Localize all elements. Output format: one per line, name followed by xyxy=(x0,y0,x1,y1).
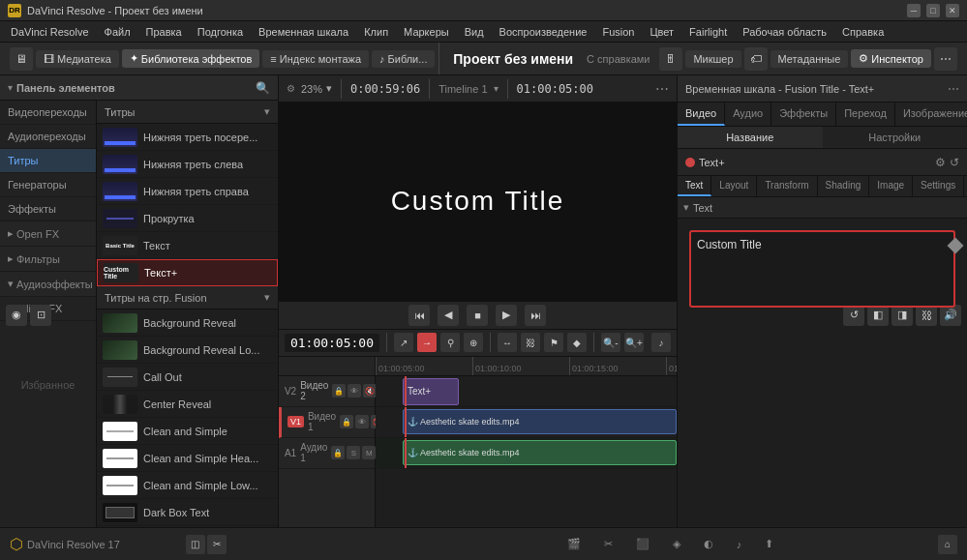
effect-call-out[interactable]: Call Out xyxy=(97,364,278,391)
tab-section-name[interactable]: Название xyxy=(678,127,823,148)
sub-tab-shading[interactable]: Shading xyxy=(818,176,870,196)
elements-item-filters[interactable]: ▸ Фильтры xyxy=(0,247,96,272)
panel-collapse-icon[interactable]: ▾ xyxy=(8,82,13,93)
menu-workspace[interactable]: Рабочая область xyxy=(736,24,833,40)
inspector-btn[interactable]: ⚙ Инспектор xyxy=(851,49,931,68)
play-btn[interactable]: ▶ xyxy=(496,305,517,326)
nav-cut-btn[interactable]: ✂ xyxy=(596,534,620,554)
effect-lower-third-right[interactable]: Нижняя треть справа xyxy=(97,178,278,205)
nav-media-btn[interactable]: 🎬 xyxy=(559,534,589,554)
menu-help[interactable]: Справка xyxy=(835,24,891,40)
elements-item-effects[interactable]: Эффекты xyxy=(0,197,96,221)
effect-clean-simple[interactable]: Clean and Simple xyxy=(97,418,278,445)
clip-audio-main[interactable]: ⚓ Aesthetic skate edits.mp4 xyxy=(403,440,677,465)
timeline-tool-4[interactable]: ⊕ xyxy=(464,333,483,352)
text-section-chevron[interactable]: ▾ xyxy=(683,201,689,214)
media-library-btn[interactable]: 🎞 Медиатека xyxy=(36,50,119,68)
close-button[interactable]: ✕ xyxy=(946,4,959,17)
v1-eye-icon[interactable]: 👁 xyxy=(355,415,369,428)
tab-section-settings[interactable]: Настройки xyxy=(823,127,968,148)
minimize-button[interactable]: ─ xyxy=(907,4,921,17)
sub-tab-layout[interactable]: Layout xyxy=(711,176,757,196)
audio-level-btn[interactable]: ♪ xyxy=(651,333,671,352)
mixer-btn[interactable]: Микшер xyxy=(685,50,740,68)
effect-background-reveal[interactable]: Background Reveal xyxy=(97,309,278,337)
menu-markers[interactable]: Маркеры xyxy=(397,24,456,40)
menu-fusion[interactable]: Fusion xyxy=(595,24,641,40)
tab-transition[interactable]: Переход xyxy=(836,103,895,126)
inspector-more-icon[interactable]: ⋯ xyxy=(948,82,959,96)
nav-color-btn[interactable]: ◐ xyxy=(696,534,721,554)
clip-video-main[interactable]: ⚓ Aesthetic skate edits.mp4 xyxy=(403,409,677,434)
menu-timeline[interactable]: Временная шкала xyxy=(252,24,355,40)
elements-item-audio-transitions[interactable]: Аудиопереходы xyxy=(0,125,96,149)
nav-fairlight-btn[interactable]: ♪ xyxy=(729,535,750,554)
bottom-tool-1[interactable]: ◫ xyxy=(186,535,205,554)
prev-frame-btn[interactable]: ◀ xyxy=(438,305,459,326)
menu-clip[interactable]: Клип xyxy=(357,24,395,40)
timeline-chevron-icon[interactable]: ▾ xyxy=(494,83,499,94)
menu-davinci[interactable]: DaVinci Resolve xyxy=(4,24,96,40)
elements-item-titles[interactable]: Титры xyxy=(0,149,96,173)
audio-library-btn[interactable]: ♪ Библи... xyxy=(372,50,435,68)
menu-edit[interactable]: Правка xyxy=(139,24,189,40)
go-to-start-btn[interactable]: ⏮ xyxy=(408,305,430,326)
nav-fusion-btn[interactable]: ◈ xyxy=(665,534,688,554)
timeline-snap-btn[interactable]: ↔ xyxy=(498,333,517,352)
sub-tab-text[interactable]: Text xyxy=(678,176,711,196)
search-icon[interactable]: 🔍 xyxy=(256,81,270,95)
a1-eye-icon[interactable]: S xyxy=(347,446,360,459)
output-btn[interactable]: ◉ xyxy=(6,305,27,326)
menu-fairlight[interactable]: Fairlight xyxy=(682,24,734,40)
expand-icon-btn[interactable]: ⋯ xyxy=(934,47,957,71)
plugin-reset-icon[interactable]: ↺ xyxy=(950,156,959,169)
metadata-icon-btn[interactable]: 🏷 xyxy=(744,47,768,71)
sub-tab-image[interactable]: Image xyxy=(869,176,913,196)
a1-mute-icon[interactable]: M xyxy=(362,446,376,459)
timeline-tool-2[interactable]: → xyxy=(417,333,437,352)
timeline-marker-btn[interactable]: ◆ xyxy=(567,333,587,352)
v1-lock-icon[interactable]: 🔒 xyxy=(340,415,353,428)
keyframe-diamond-icon[interactable] xyxy=(948,238,964,254)
source-btn[interactable]: ⊡ xyxy=(30,305,51,326)
effect-text-plus[interactable]: Custom Title Текст+ xyxy=(97,259,278,286)
elements-item-open-fx[interactable]: ▸ Open FX xyxy=(0,221,96,247)
elements-item-audio-effects[interactable]: ▾ Аудиоэффекты xyxy=(0,272,96,297)
timeline-flag-btn[interactable]: ⚑ xyxy=(544,333,563,352)
fusion-collapse-icon[interactable]: ▾ xyxy=(264,291,270,304)
plugin-settings-icon[interactable]: ⚙ xyxy=(935,156,946,169)
elements-item-video-transitions[interactable]: Видеопереходы xyxy=(0,101,96,125)
tab-image[interactable]: Изображение xyxy=(895,103,967,126)
category-collapse-icon[interactable]: ▾ xyxy=(264,105,270,118)
tab-video[interactable]: Видео xyxy=(678,103,725,126)
menu-color[interactable]: Цвет xyxy=(643,24,680,40)
v2-eye-icon[interactable]: 👁 xyxy=(348,384,361,398)
v2-lock-icon[interactable]: 🔒 xyxy=(332,384,346,398)
effect-basic-title[interactable]: Basic Title Текст xyxy=(97,232,278,259)
menu-file[interactable]: Файл xyxy=(98,24,137,40)
effect-lower-third-left[interactable]: Нижняя треть слева xyxy=(97,151,278,178)
zoom-out-btn[interactable]: 🔍- xyxy=(601,333,620,352)
menu-trim[interactable]: Подгонка xyxy=(191,24,250,40)
timeline-tool-1[interactable]: ↗ xyxy=(394,333,413,352)
toolbar-monitor-btn[interactable]: 🖥 xyxy=(10,47,33,71)
bottom-home-btn[interactable]: ⌂ xyxy=(938,535,957,554)
effect-scroll[interactable]: Прокрутка xyxy=(97,205,278,232)
bottom-tool-2[interactable]: ✂ xyxy=(207,535,227,554)
effect-center-reveal[interactable]: Center Reveal xyxy=(97,391,278,418)
effect-dark-box-text[interactable]: Dark Box Text xyxy=(97,499,278,526)
go-to-end-btn[interactable]: ⏭ xyxy=(525,305,546,326)
menu-playback[interactable]: Воспроизведение xyxy=(493,24,594,40)
clip-text-plus[interactable]: Text+ xyxy=(403,378,459,405)
zoom-in-btn[interactable]: 🔍+ xyxy=(624,333,644,352)
sub-tab-transform[interactable]: Transform xyxy=(757,176,817,196)
effect-clean-simple-head[interactable]: Clean and Simple Hea... xyxy=(97,445,278,472)
timeline-tool-3[interactable]: ⚲ xyxy=(440,333,460,352)
effect-lower-third-center[interactable]: Нижняя треть посере... xyxy=(97,124,278,151)
a1-lock-icon[interactable]: 🔒 xyxy=(331,446,345,459)
tab-effects[interactable]: Эффекты xyxy=(771,103,836,126)
maximize-button[interactable]: □ xyxy=(926,4,940,17)
edit-index-btn[interactable]: ≡ Индекс монтажа xyxy=(262,50,369,68)
menu-view[interactable]: Вид xyxy=(458,24,491,40)
effect-background-reveal-lo[interactable]: Background Reveal Lo... xyxy=(97,337,278,364)
